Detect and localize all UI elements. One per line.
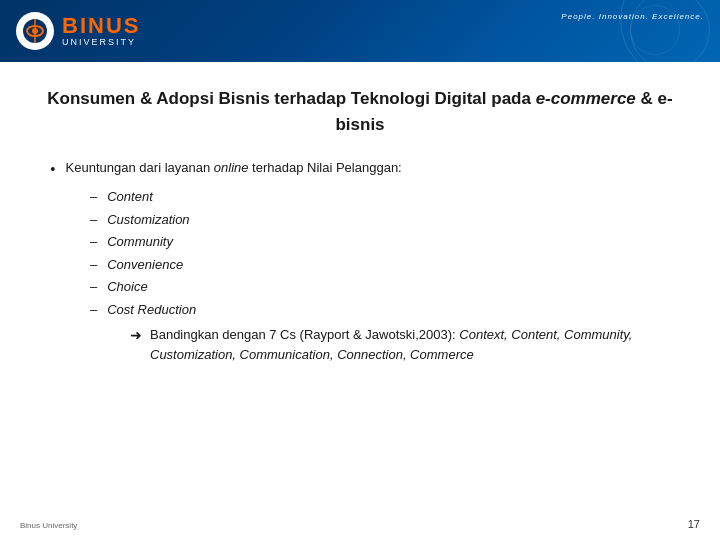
- list-item: – Customization: [90, 210, 680, 230]
- page-title: Konsumen & Adopsi Bisnis terhadap Teknol…: [40, 86, 680, 137]
- main-content: Konsumen & Adopsi Bisnis terhadap Teknol…: [0, 62, 720, 384]
- sub-list: – Content – Customization – Community – …: [90, 187, 680, 364]
- sub-item-label: Cost Reduction: [107, 300, 196, 320]
- arrow-item: ➜ Bandingkan dengan 7 Cs (Rayport & Jawo…: [130, 325, 680, 364]
- title-text: Konsumen & Adopsi Bisnis terhadap Teknol…: [47, 89, 672, 134]
- dash-icon: –: [90, 187, 97, 207]
- sub-item-label: Content: [107, 187, 153, 207]
- footer-logo-text: Binus University: [20, 521, 77, 530]
- dash-icon: –: [90, 210, 97, 230]
- page-number: 17: [688, 518, 700, 530]
- main-bullet-text: Keuntungan dari layanan online terhadap …: [66, 159, 402, 177]
- binus-logo-text: BINUS: [62, 15, 140, 37]
- decorative-circles: [540, 0, 720, 62]
- sub-item-label: Choice: [107, 277, 147, 297]
- list-item: – Cost Reduction: [90, 300, 680, 320]
- university-logo-text: UNIVERSITY: [62, 37, 140, 47]
- bullet-section: • Keuntungan dari layanan online terhada…: [50, 159, 680, 364]
- bullet-dot: •: [50, 159, 56, 181]
- header: BINUS UNIVERSITY People. Innovation. Exc…: [0, 0, 720, 62]
- sub-item-label: Community: [107, 232, 173, 252]
- list-item: – Community: [90, 232, 680, 252]
- footer: Binus University 17: [0, 518, 720, 530]
- logo-text: BINUS UNIVERSITY: [62, 15, 140, 47]
- dash-icon: –: [90, 232, 97, 252]
- list-item: – Content: [90, 187, 680, 207]
- dash-icon: –: [90, 300, 97, 320]
- header-tagline: People. Innovation. Excellence.: [561, 12, 704, 21]
- list-item: – Choice: [90, 277, 680, 297]
- dash-icon: –: [90, 255, 97, 275]
- logo-area: BINUS UNIVERSITY: [16, 12, 140, 50]
- arrow-icon: ➜: [130, 325, 142, 346]
- arrow-text: Bandingkan dengan 7 Cs (Rayport & Jawots…: [150, 325, 680, 364]
- list-item: – Convenience: [90, 255, 680, 275]
- main-bullet-item: • Keuntungan dari layanan online terhada…: [50, 159, 680, 181]
- dash-icon: –: [90, 277, 97, 297]
- logo-icon: [16, 12, 54, 50]
- sub-item-label: Customization: [107, 210, 189, 230]
- sub-item-label: Convenience: [107, 255, 183, 275]
